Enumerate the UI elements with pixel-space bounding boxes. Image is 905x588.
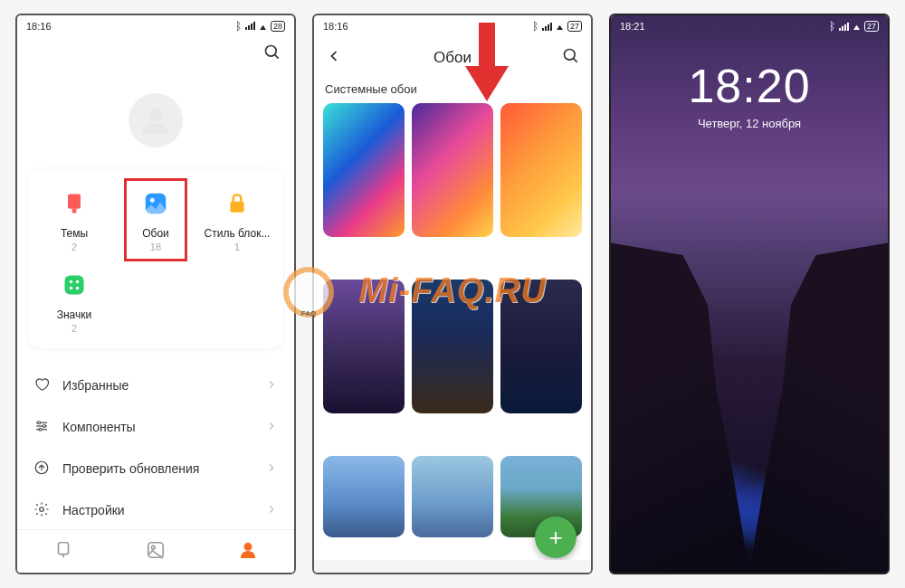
signal-icon (245, 22, 255, 30)
category-count: 2 (71, 323, 77, 334)
svg-point-12 (76, 287, 80, 290)
lock-date: Четверг, 12 ноября (611, 117, 888, 130)
menu-label: Компоненты (62, 420, 136, 434)
status-bar: 18:16 28 (17, 15, 294, 36)
svg-point-0 (266, 45, 277, 56)
menu-settings[interactable]: Настройки (17, 489, 294, 531)
bluetooth-icon (235, 20, 242, 33)
category-label: Стиль блок... (205, 227, 271, 240)
status-bar: 18:21 27 (611, 15, 888, 37)
category-icons[interactable]: Значки 2 (33, 261, 115, 343)
category-themes[interactable]: Темы 2 (33, 180, 115, 261)
svg-point-18 (39, 428, 42, 431)
svg-point-10 (76, 280, 80, 284)
menu-components[interactable]: Компоненты (17, 406, 294, 448)
chevron-right-icon (265, 420, 278, 435)
back-button[interactable] (325, 47, 343, 69)
svg-rect-8 (64, 276, 83, 295)
menu-favorites[interactable]: Избранные (17, 365, 294, 406)
sliders-icon (33, 418, 50, 437)
svg-rect-7 (230, 202, 243, 213)
status-bar: 18:16 27 (314, 15, 591, 37)
bluetooth-icon (532, 20, 538, 33)
category-label: Значки (57, 308, 92, 321)
wifi-icon (556, 21, 564, 32)
crop-edge (314, 560, 591, 573)
svg-point-28 (244, 543, 251, 549)
top-bar (17, 36, 294, 71)
nav-profile-icon[interactable] (238, 540, 258, 564)
status-time: 18:16 (26, 21, 52, 32)
svg-point-27 (151, 545, 155, 549)
status-icons: 27 (829, 20, 879, 33)
profile-header[interactable] (17, 72, 294, 169)
screen-lockscreen: 18:21 27 18:20 Четверг, 12 ноября (609, 14, 890, 574)
svg-point-9 (70, 280, 73, 284)
status-time: 18:16 (323, 21, 348, 32)
wifi-icon (853, 21, 861, 32)
plus-icon: + (548, 526, 562, 549)
menu-label: Избранные (62, 378, 129, 393)
gear-icon (33, 501, 50, 520)
wallpaper-grid[interactable] (314, 103, 591, 573)
screen-wallpapers: 18:16 27 Обои Системные обои + (312, 14, 593, 574)
lock-time: 18:20 (611, 59, 888, 113)
signal-icon (839, 23, 849, 31)
menu-label: Проверить обновления (62, 461, 199, 476)
signal-icon (542, 23, 552, 31)
add-button[interactable]: + (535, 517, 576, 558)
battery-icon: 27 (864, 21, 879, 32)
svg-line-1 (275, 54, 279, 58)
wallpaper-thumb[interactable] (412, 456, 493, 537)
bluetooth-icon (829, 20, 835, 33)
category-label: Темы (61, 227, 88, 240)
svg-rect-3 (68, 194, 81, 209)
svg-rect-24 (59, 542, 69, 554)
search-icon[interactable] (263, 43, 281, 65)
wallpaper-thumb[interactable] (500, 103, 582, 237)
wallpaper-thumb[interactable] (323, 456, 405, 537)
chevron-right-icon (265, 503, 278, 518)
wallpaper-thumb[interactable] (412, 103, 493, 237)
battery-icon: 28 (271, 21, 285, 32)
category-wallpapers[interactable]: Обои 18 (115, 180, 196, 261)
wifi-icon (259, 21, 267, 32)
menu-label: Настройки (62, 503, 125, 517)
svg-point-16 (38, 421, 41, 423)
nav-themes-icon[interactable] (53, 540, 73, 564)
page-title: Обои (433, 49, 472, 67)
header: Обои (314, 37, 591, 79)
section-title: Системные обои (314, 79, 591, 103)
category-count: 18 (150, 242, 161, 252)
search-icon[interactable] (562, 47, 580, 69)
svg-rect-4 (72, 209, 77, 213)
chevron-right-icon (265, 461, 278, 477)
svg-line-30 (573, 59, 576, 62)
menu-check-updates[interactable]: Проверить обновления (17, 448, 294, 489)
chevron-right-icon (265, 378, 278, 394)
nav-wallpapers-icon[interactable] (146, 540, 166, 564)
svg-point-17 (43, 424, 46, 427)
categories-card: Темы 2 Обои 18 Стиль блок... 1 Значки 2 (28, 169, 283, 348)
wallpaper-thumb[interactable] (323, 103, 405, 237)
svg-point-6 (150, 198, 155, 203)
screen-themes-profile: 18:16 28 Темы 2 Обои 18 Стил (15, 14, 296, 574)
avatar (129, 93, 183, 147)
wallpaper-thumb[interactable] (412, 280, 493, 413)
status-time: 18:21 (620, 21, 645, 32)
category-count: 2 (71, 242, 77, 252)
svg-rect-26 (148, 542, 164, 557)
lockscreen-clock: 18:20 Четверг, 12 ноября (611, 59, 888, 130)
wallpaper-thumb[interactable] (500, 280, 582, 413)
wallpaper-thumb[interactable] (323, 280, 405, 413)
svg-point-2 (149, 109, 163, 122)
svg-point-20 (40, 507, 44, 511)
heart-icon (33, 376, 50, 395)
svg-point-11 (70, 287, 73, 290)
battery-icon: 27 (567, 21, 582, 32)
category-label: Обои (142, 227, 169, 240)
update-icon (33, 460, 50, 479)
bottom-nav (17, 529, 294, 573)
status-icons: 28 (235, 20, 285, 33)
category-lockstyle[interactable]: Стиль блок... 1 (196, 180, 278, 261)
